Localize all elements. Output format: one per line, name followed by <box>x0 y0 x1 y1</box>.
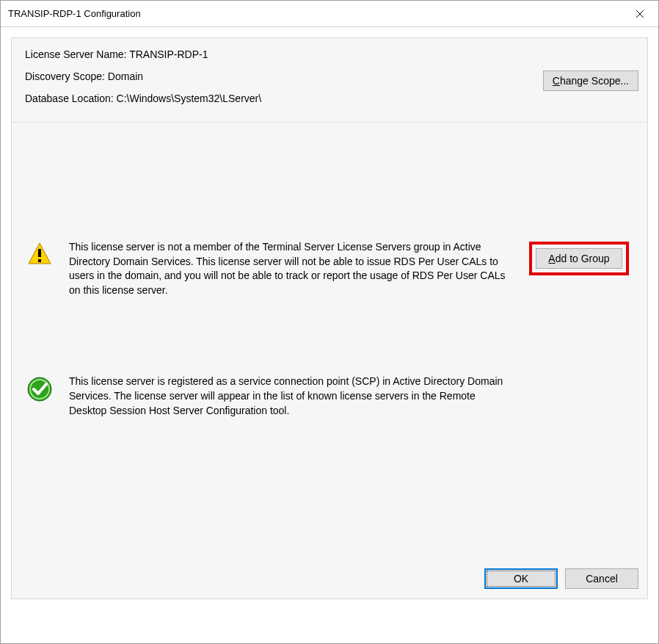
highlight-annotation: Add to Group <box>529 242 629 275</box>
svg-rect-5 <box>38 259 41 262</box>
warning-icon <box>25 240 54 267</box>
dialog-button-bar: OK Cancel <box>12 559 647 598</box>
config-panel: License Server Name: TRANSIP-RDP-1 Disco… <box>11 37 648 599</box>
svg-point-6 <box>28 377 51 401</box>
warning-text: This license server is not a member of t… <box>54 240 524 297</box>
ok-button[interactable]: OK <box>484 568 558 589</box>
server-info-section: License Server Name: TRANSIP-RDP-1 Disco… <box>12 38 647 123</box>
db-label: Database Location: <box>25 93 114 104</box>
window-titlebar: TRANSIP-RDP-1 Configuration <box>1 1 658 27</box>
change-scope-button[interactable]: Change Scope... <box>543 70 638 91</box>
server-name-label: License Server Name: <box>25 48 127 60</box>
success-action-placeholder <box>524 375 634 376</box>
success-text: This license server is registered as a s… <box>54 375 524 418</box>
warning-status-row: This license server is not a member of t… <box>12 240 647 297</box>
svg-rect-4 <box>38 249 41 257</box>
db-location-line: Database Location: C:\Windows\System32\L… <box>25 93 634 104</box>
dialog-body: License Server Name: TRANSIP-RDP-1 Disco… <box>1 27 658 599</box>
cancel-button[interactable]: Cancel <box>565 568 638 589</box>
close-icon <box>636 10 644 18</box>
window-title: TRANSIP-RDP-1 Configuration <box>8 8 141 19</box>
server-name-line: License Server Name: TRANSIP-RDP-1 <box>25 48 634 60</box>
add-to-group-wrapper: Add to Group <box>524 240 634 275</box>
scope-value: Domain <box>108 70 143 82</box>
db-path-value: C:\Windows\System32\LServer\ <box>117 93 262 104</box>
ok-status-row: This license server is registered as a s… <box>12 375 647 418</box>
success-icon <box>25 375 54 402</box>
close-button[interactable] <box>622 1 658 27</box>
server-name-value: TRANSIP-RDP-1 <box>129 48 208 60</box>
add-to-group-button[interactable]: Add to Group <box>536 248 622 269</box>
scope-label: Discovery Scope: <box>25 70 105 82</box>
